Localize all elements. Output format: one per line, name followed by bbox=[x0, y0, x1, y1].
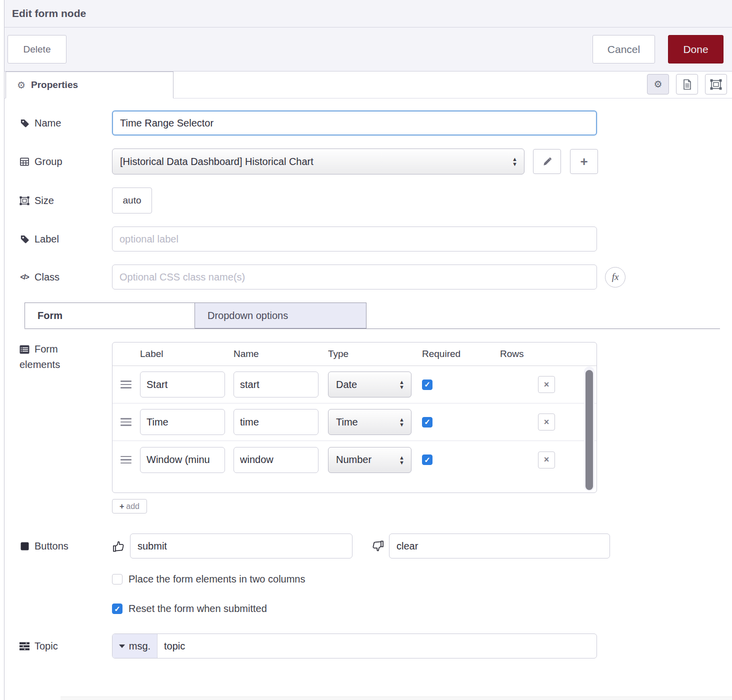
select-spinner-icon: ▲▼ bbox=[399, 380, 404, 390]
properties-tab-label: Properties bbox=[31, 80, 78, 90]
tab-dropdown-options[interactable]: Dropdown options bbox=[195, 302, 366, 328]
class-field-label: </> Class bbox=[20, 272, 112, 283]
delete-row-button[interactable]: × bbox=[538, 376, 555, 393]
select-spinner-icon: ▲▼ bbox=[512, 156, 518, 166]
class-input[interactable] bbox=[112, 264, 597, 290]
thumbs-down-icon bbox=[371, 540, 384, 553]
element-label-input[interactable] bbox=[140, 409, 225, 435]
required-checkbox[interactable]: ✓ bbox=[422, 380, 432, 390]
drag-handle-icon[interactable] bbox=[120, 456, 132, 464]
description-view-button[interactable] bbox=[676, 74, 698, 94]
cancel-button[interactable]: Cancel bbox=[592, 35, 655, 64]
name-field-label: Name bbox=[20, 118, 112, 129]
tag-icon bbox=[20, 118, 30, 128]
table-icon bbox=[20, 156, 30, 166]
add-element-button[interactable]: + add bbox=[112, 499, 147, 514]
dialog-titlebar: Edit form node bbox=[4, 0, 732, 28]
plus-icon: + bbox=[580, 155, 588, 168]
plus-icon: + bbox=[120, 502, 124, 511]
appearance-view-button[interactable] bbox=[705, 74, 727, 94]
label-input[interactable] bbox=[112, 226, 597, 252]
drag-handle-icon[interactable] bbox=[120, 380, 132, 388]
col-header-type: Type bbox=[328, 348, 422, 360]
pencil-icon bbox=[542, 157, 552, 166]
thumbs-up-icon bbox=[112, 540, 126, 553]
fx-icon: fx bbox=[612, 272, 619, 282]
submit-button-text-input[interactable] bbox=[130, 534, 352, 558]
object-group-icon bbox=[710, 79, 722, 90]
topic-type-select[interactable]: msg. bbox=[112, 634, 158, 658]
code-icon: </> bbox=[20, 272, 30, 282]
reset-form-checkbox[interactable]: ✓ bbox=[112, 604, 122, 614]
form-element-row: Time▲▼ ✓ × bbox=[112, 404, 596, 441]
add-group-button[interactable]: + bbox=[570, 149, 598, 174]
group-select-value: [Historical Data Dashboard] Historical C… bbox=[120, 156, 314, 168]
form-elements-list: Label Name Type Required Rows Date▲▼ ✓ × bbox=[112, 342, 597, 493]
element-type-select[interactable]: Time▲▼ bbox=[328, 409, 412, 435]
resize-strip bbox=[60, 696, 732, 700]
close-icon: × bbox=[544, 454, 550, 465]
properties-form: Name Group [Historical Data Dashboard] H… bbox=[4, 98, 732, 700]
chevron-down-icon bbox=[119, 644, 125, 648]
gear-icon: ⚙ bbox=[654, 80, 662, 89]
section-tabs: Form Dropdown options bbox=[24, 302, 720, 329]
dialog-toolbar: Delete Cancel Done bbox=[4, 28, 732, 72]
delete-button[interactable]: Delete bbox=[8, 35, 66, 64]
element-name-input[interactable] bbox=[234, 409, 318, 435]
square-icon bbox=[20, 541, 30, 551]
select-spinner-icon: ▲▼ bbox=[399, 455, 404, 465]
object-group-icon bbox=[20, 196, 30, 206]
form-element-row: Date▲▼ ✓ × bbox=[112, 366, 596, 404]
done-button[interactable]: Done bbox=[668, 35, 724, 64]
clear-button-text-input[interactable] bbox=[389, 534, 610, 558]
element-type-select[interactable]: Number▲▼ bbox=[328, 447, 412, 473]
col-header-required: Required bbox=[422, 348, 500, 360]
size-field-label: Size bbox=[20, 195, 112, 206]
delete-row-button[interactable]: × bbox=[538, 414, 555, 430]
tab-properties[interactable]: ⚙ Properties bbox=[6, 72, 174, 98]
scrollbar-thumb[interactable] bbox=[586, 370, 593, 490]
delete-row-button[interactable]: × bbox=[538, 452, 555, 468]
gear-icon: ⚙ bbox=[17, 80, 26, 90]
required-checkbox[interactable]: ✓ bbox=[422, 417, 432, 428]
topic-field-label: Topic bbox=[20, 640, 112, 652]
element-type-select[interactable]: Date▲▼ bbox=[328, 372, 412, 398]
col-header-rows: Rows bbox=[500, 348, 596, 360]
expression-button[interactable]: fx bbox=[605, 267, 626, 288]
form-elements-header: Label Name Type Required Rows bbox=[112, 342, 596, 366]
edit-group-button[interactable] bbox=[533, 149, 561, 174]
properties-tab-row: ⚙ Properties ⚙ bbox=[4, 72, 732, 98]
dialog-title: Edit form node bbox=[12, 8, 86, 20]
two-columns-label: Place the form elements in two columns bbox=[128, 574, 306, 585]
col-header-label: Label bbox=[140, 348, 234, 360]
two-columns-checkbox[interactable] bbox=[112, 574, 122, 584]
label-field-label: Label bbox=[20, 234, 112, 245]
group-field-label: Group bbox=[20, 156, 112, 168]
element-name-input[interactable] bbox=[234, 372, 318, 398]
tab-form[interactable]: Form bbox=[24, 302, 195, 328]
required-checkbox[interactable]: ✓ bbox=[422, 454, 432, 465]
properties-view-button[interactable]: ⚙ bbox=[647, 74, 669, 94]
scrollbar-track[interactable] bbox=[584, 366, 594, 491]
col-header-name: Name bbox=[234, 348, 328, 360]
element-label-input[interactable] bbox=[140, 447, 225, 473]
list-alt-icon bbox=[20, 344, 30, 354]
topic-type-label: msg. bbox=[129, 640, 150, 652]
edit-tray: Edit form node Delete Cancel Done ⚙ Prop… bbox=[4, 0, 732, 700]
drag-handle-icon[interactable] bbox=[120, 418, 132, 426]
element-label-input[interactable] bbox=[140, 372, 225, 398]
select-spinner-icon: ▲▼ bbox=[399, 417, 404, 427]
size-button[interactable]: auto bbox=[112, 188, 152, 214]
close-icon: × bbox=[544, 380, 550, 390]
name-input[interactable] bbox=[112, 110, 597, 136]
topic-value-input[interactable]: topic bbox=[158, 634, 596, 658]
element-name-input[interactable] bbox=[234, 447, 318, 473]
form-element-row: Number▲▼ ✓ × bbox=[112, 441, 596, 478]
topic-typed-input: msg. topic bbox=[112, 634, 597, 658]
form-elements-label: Form elements bbox=[20, 342, 112, 493]
close-icon: × bbox=[544, 417, 550, 428]
buttons-field-label: Buttons bbox=[20, 540, 112, 552]
reset-form-label: Reset the form when submitted bbox=[128, 603, 267, 614]
group-select[interactable]: [Historical Data Dashboard] Historical C… bbox=[112, 148, 524, 174]
document-icon bbox=[682, 79, 692, 90]
